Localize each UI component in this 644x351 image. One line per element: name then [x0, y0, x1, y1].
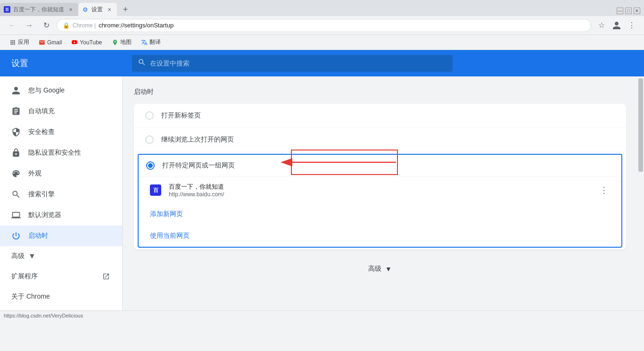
bookmark-apps[interactable]: 应用 — [6, 36, 33, 48]
gmail-icon — [39, 39, 45, 46]
status-bar: https://blog.csdn.net/VeryDelicious — [0, 310, 644, 320]
palette-icon — [11, 169, 21, 178]
settings-page-title: 设置 — [11, 58, 124, 69]
close-button[interactable]: ✕ — [634, 8, 640, 14]
back-button[interactable]: ← — [6, 19, 19, 32]
radio-continue-label: 继续浏览上次打开的网页 — [161, 135, 234, 144]
website-name: 百度一下，你就知道 — [169, 183, 590, 191]
sidebar-item-privacy[interactable]: 隐私设置和安全性 — [0, 142, 122, 163]
startup-section-title: 启动时 — [134, 88, 626, 96]
assignment-icon — [11, 107, 21, 116]
radio-specific[interactable]: 打开特定网页或一组网页 — [139, 155, 621, 176]
chevron-down-icon: ▼ — [28, 252, 36, 260]
translate-icon — [141, 39, 148, 46]
advanced-bottom-label: 高级 — [368, 265, 381, 273]
sidebar-advanced-label: 高级 — [11, 252, 25, 260]
sidebar-item-startup[interactable]: 启动时 — [0, 226, 122, 246]
right-scrollbar[interactable] — [637, 76, 644, 310]
radio-new-tab-label: 打开新标签页 — [161, 111, 201, 120]
apps-label: 应用 — [18, 38, 29, 46]
sidebar-item-autofill[interactable]: 自动填充 — [0, 101, 122, 122]
sidebar-item-default-browser[interactable]: 默认浏览器 — [0, 205, 122, 226]
sidebar-appearance-label: 外观 — [28, 169, 41, 178]
settings-content-area: 启动时 打开新标签页 继续浏览上次打开的网页 — [123, 76, 644, 310]
browser-window: 百 百度一下，你就知道 ✕ ⚙ 设置 ✕ + — □ ✕ ← → ↻ — [0, 0, 644, 351]
window-controls: — □ ✕ — [613, 6, 644, 16]
maps-icon — [112, 39, 118, 46]
sidebar-item-google-account[interactable]: 您与 Google — [0, 80, 122, 101]
url-text: chrome://settings/onStartup — [99, 22, 173, 29]
sidebar-item-security[interactable]: 安全检查 — [0, 122, 122, 142]
sidebar-item-extensions[interactable]: 扩展程序 — [0, 266, 122, 287]
tab-settings-close[interactable]: ✕ — [106, 6, 113, 13]
youtube-icon — [71, 39, 78, 46]
tab-baidu[interactable]: 百 百度一下，你就知道 ✕ — [0, 3, 78, 16]
settings-body: 您与 Google 自动填充 安全检查 — [0, 76, 644, 310]
lock-icon: 🔒 — [63, 22, 70, 29]
settings-search-input[interactable] — [150, 59, 447, 67]
startup-options-card: 打开新标签页 继续浏览上次打开的网页 打开特定网页或一组网页 — [134, 104, 626, 250]
toolbar: ← → ↻ 🔒 Chrome | chrome://settings/onSta… — [0, 16, 644, 35]
bookmark-maps[interactable]: 地图 — [108, 36, 135, 48]
bookmark-translate[interactable]: 翻译 — [137, 36, 165, 48]
sidebar-item-search-engine[interactable]: 搜索引擎 — [0, 184, 122, 205]
power-icon — [11, 231, 21, 241]
shield-lock-icon — [11, 148, 21, 158]
sidebar-security-label: 安全检查 — [28, 128, 55, 136]
sidebar-autofill-label: 自动填充 — [28, 107, 55, 116]
external-link-icon — [101, 272, 111, 281]
gmail-label: Gmail — [47, 39, 62, 46]
radio-continue[interactable]: 继续浏览上次打开的网页 — [134, 128, 626, 152]
website-entry: 百 百度一下，你就知道 http://www.baidu.com/ ⋮ — [139, 176, 621, 203]
bookmark-gmail[interactable]: Gmail — [35, 37, 66, 48]
main-content: 启动时 打开新标签页 继续浏览上次打开的网页 — [123, 76, 637, 310]
address-bar[interactable]: 🔒 Chrome | chrome://settings/onStartup — [57, 19, 591, 32]
chevron-down-icon-bottom: ▼ — [385, 265, 392, 273]
radio-specific-label: 打开特定网页或一组网页 — [162, 161, 235, 170]
forward-button[interactable]: → — [23, 19, 36, 32]
radio-new-tab[interactable]: 打开新标签页 — [134, 104, 626, 128]
tab-settings[interactable]: ⚙ 设置 ✕ — [78, 3, 117, 16]
sidebar-item-appearance[interactable]: 外观 — [0, 163, 122, 184]
translate-label: 翻译 — [149, 38, 161, 46]
radio-new-tab-circle — [145, 111, 154, 120]
profile-button[interactable] — [610, 19, 623, 32]
menu-button[interactable]: ⋮ — [625, 19, 638, 32]
maximize-button[interactable]: □ — [625, 8, 632, 14]
new-tab-button[interactable]: + — [119, 3, 132, 16]
tab-baidu-close[interactable]: ✕ — [67, 6, 74, 13]
settings-search-bar[interactable] — [132, 55, 453, 72]
advanced-section-bottom[interactable]: 高级 ▼ — [134, 257, 626, 281]
maps-label: 地图 — [120, 38, 132, 46]
sidebar-item-about[interactable]: 关于 Chrome — [0, 287, 122, 307]
bookmark-youtube[interactable]: YouTube — [67, 37, 106, 48]
settings-page: 设置 您与 Google — [0, 50, 644, 310]
radio-continue-circle — [145, 135, 154, 144]
refresh-button[interactable]: ↻ — [40, 19, 53, 32]
website-more-button[interactable]: ⋮ — [598, 183, 610, 197]
settings-tab-icon: ⚙ — [82, 6, 89, 13]
search-icon — [11, 190, 21, 199]
sidebar-advanced-section[interactable]: 高级 ▼ — [0, 246, 122, 266]
bookmarks-bar: 应用 Gmail YouTube 地图 翻译 — [0, 35, 644, 50]
tab-settings-title: 设置 — [91, 6, 103, 14]
baidu-website-icon: 百 — [150, 184, 161, 196]
use-current-page-link[interactable]: 使用当前网页 — [139, 225, 621, 247]
sidebar-about-label: 关于 Chrome — [11, 292, 50, 301]
sidebar: 您与 Google 自动填充 安全检查 — [0, 76, 123, 310]
add-new-page-link[interactable]: 添加新网页 — [139, 203, 621, 225]
radio-specific-circle — [146, 161, 155, 170]
minimize-button[interactable]: — — [617, 8, 623, 14]
monitor-icon — [11, 210, 21, 220]
settings-header: 设置 — [0, 50, 644, 76]
sidebar-privacy-label: 隐私设置和安全性 — [28, 149, 81, 157]
radio-specific-container: 打开特定网页或一组网页 百 百度一下，你就知道 http://www.baidu… — [138, 154, 622, 248]
scrollbar-thumb — [638, 78, 643, 172]
sidebar-search-label: 搜索引擎 — [28, 190, 55, 199]
bookmark-star-button[interactable]: ☆ — [595, 19, 608, 32]
search-icon — [138, 58, 146, 68]
tab-strip: 百 百度一下，你就知道 ✕ ⚙ 设置 ✕ + — [0, 0, 613, 16]
apps-icon — [9, 39, 16, 46]
sidebar-startup-label: 启动时 — [28, 232, 48, 240]
person-icon — [11, 86, 21, 95]
